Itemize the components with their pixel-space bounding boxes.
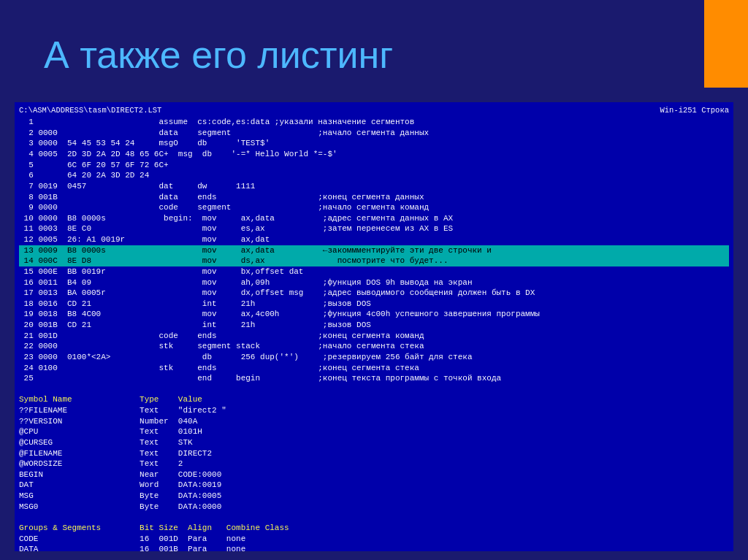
orange-accent-rect xyxy=(704,0,748,88)
page-title: А также его листинг xyxy=(44,33,393,77)
terminal-window: C:\ASM\ADDRESS\tasm\DIRECT2.LST Win-i251… xyxy=(15,102,733,551)
terminal-path: C:\ASM\ADDRESS\tasm\DIRECT2.LST xyxy=(19,105,161,115)
terminal-info: Win-i251 Строка xyxy=(660,105,729,115)
terminal-header: C:\ASM\ADDRESS\tasm\DIRECT2.LST Win-i251… xyxy=(19,105,729,115)
title-area: А также его листинг xyxy=(0,0,748,102)
terminal-content: 1 assume cs:code,es:data ;указали назнач… xyxy=(19,117,729,551)
